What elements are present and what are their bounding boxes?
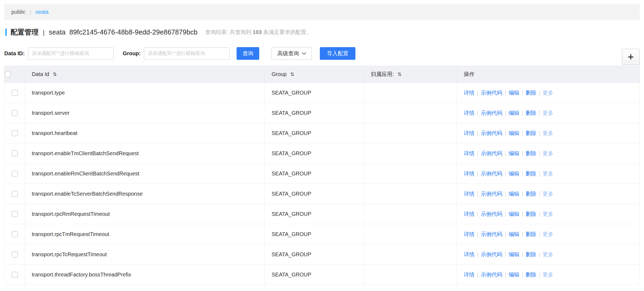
column-header-app[interactable]: 归属应用: ⇅ bbox=[364, 66, 457, 83]
action-more[interactable]: 更多 bbox=[543, 251, 553, 257]
row-checkbox[interactable] bbox=[12, 211, 18, 217]
action-edit[interactable]: 编辑 bbox=[508, 171, 519, 176]
action-edit[interactable]: 编辑 bbox=[508, 110, 519, 116]
add-config-button[interactable]: + bbox=[622, 49, 640, 65]
action-details[interactable]: 详情 bbox=[464, 251, 475, 257]
action-delete[interactable]: 删除 bbox=[526, 191, 536, 197]
row-checkbox[interactable] bbox=[12, 191, 18, 197]
row-group: SEATA_GROUP bbox=[265, 244, 364, 265]
action-more[interactable]: 更多 bbox=[543, 211, 553, 217]
select-all-checkbox[interactable] bbox=[5, 71, 11, 78]
column-header-data-id[interactable]: Data Id ⇅ bbox=[25, 66, 265, 83]
action-separator: | bbox=[522, 272, 523, 278]
action-more[interactable]: 更多 bbox=[543, 191, 553, 197]
column-header-group[interactable]: Group ⇅ bbox=[265, 66, 364, 83]
action-more[interactable]: 更多 bbox=[543, 272, 553, 278]
action-edit[interactable]: 编辑 bbox=[508, 90, 519, 96]
action-sample-code[interactable]: 示例代码 bbox=[481, 272, 502, 278]
search-button[interactable]: 查询 bbox=[237, 47, 259, 60]
action-delete[interactable]: 删除 bbox=[526, 90, 536, 96]
row-checkbox-cell bbox=[5, 244, 25, 265]
action-sample-code[interactable]: 示例代码 bbox=[481, 110, 502, 116]
action-delete[interactable]: 删除 bbox=[526, 150, 536, 156]
result-prefix: 查询结果: 共查询到 bbox=[205, 29, 251, 35]
action-edit[interactable]: 编辑 bbox=[508, 191, 519, 197]
action-more[interactable]: 更多 bbox=[543, 90, 553, 96]
row-app bbox=[364, 164, 457, 184]
action-delete[interactable]: 删除 bbox=[526, 171, 536, 176]
action-edit[interactable]: 编辑 bbox=[508, 272, 519, 278]
row-checkbox[interactable] bbox=[12, 90, 18, 96]
action-edit[interactable]: 编辑 bbox=[508, 231, 519, 237]
table-row: transport.rpcTcRequestTimeout SEATA_GROU… bbox=[5, 244, 640, 265]
action-separator: | bbox=[505, 110, 506, 116]
row-actions: 详情|示例代码|编辑|删除|更多 bbox=[457, 103, 640, 123]
table-row: transport.rpcTmRequestTimeout SEATA_GROU… bbox=[5, 224, 640, 244]
row-checkbox[interactable] bbox=[12, 251, 18, 258]
action-separator: | bbox=[505, 272, 506, 278]
action-details[interactable]: 详情 bbox=[464, 90, 475, 96]
action-details[interactable]: 详情 bbox=[464, 231, 475, 237]
action-sample-code[interactable]: 示例代码 bbox=[481, 231, 502, 237]
advanced-search-button[interactable]: 高级查询 bbox=[271, 47, 312, 60]
action-delete[interactable]: 删除 bbox=[526, 110, 536, 116]
namespace-tab-seata[interactable]: seata bbox=[35, 9, 49, 15]
action-separator: | bbox=[505, 130, 506, 136]
action-sample-code[interactable]: 示例代码 bbox=[481, 150, 502, 156]
row-checkbox[interactable] bbox=[12, 110, 18, 116]
sort-icon[interactable]: ⇅ bbox=[290, 72, 294, 77]
table-row: transport.enableTmClientBatchSendRequest… bbox=[5, 143, 640, 164]
row-group: SEATA_GROUP bbox=[265, 204, 364, 224]
action-details[interactable]: 详情 bbox=[464, 110, 475, 116]
action-more[interactable]: 更多 bbox=[543, 130, 553, 136]
row-group: SEATA_GROUP bbox=[265, 83, 364, 103]
action-sample-code[interactable]: 示例代码 bbox=[481, 251, 502, 257]
row-checkbox[interactable] bbox=[12, 171, 18, 177]
action-sample-code[interactable]: 示例代码 bbox=[481, 191, 502, 197]
action-edit[interactable]: 编辑 bbox=[508, 251, 519, 257]
namespace-tab-public[interactable]: public bbox=[11, 9, 25, 15]
action-details[interactable]: 详情 bbox=[464, 171, 475, 176]
action-edit[interactable]: 编辑 bbox=[508, 150, 519, 156]
row-checkbox[interactable] bbox=[12, 272, 18, 278]
action-more[interactable]: 更多 bbox=[543, 171, 553, 176]
plus-icon: + bbox=[628, 51, 634, 62]
action-more[interactable]: 更多 bbox=[543, 150, 553, 156]
action-separator: | bbox=[505, 251, 506, 257]
action-delete[interactable]: 删除 bbox=[526, 130, 536, 136]
row-checkbox[interactable] bbox=[12, 231, 18, 237]
row-checkbox-cell bbox=[5, 103, 25, 123]
action-details[interactable]: 详情 bbox=[464, 150, 475, 156]
sort-icon[interactable]: ⇅ bbox=[53, 72, 57, 77]
action-delete[interactable]: 删除 bbox=[526, 211, 536, 217]
row-actions: 详情|示例代码|编辑|删除|更多 bbox=[457, 184, 640, 204]
table-row: transport.rpcRmRequestTimeout SEATA_GROU… bbox=[5, 204, 640, 224]
title-accent-bar bbox=[5, 29, 7, 36]
action-edit[interactable]: 编辑 bbox=[508, 130, 519, 136]
group-input[interactable] bbox=[144, 47, 230, 60]
action-details[interactable]: 详情 bbox=[464, 211, 475, 217]
action-sample-code[interactable]: 示例代码 bbox=[481, 130, 502, 136]
action-details[interactable]: 详情 bbox=[464, 272, 475, 278]
action-sample-code[interactable]: 示例代码 bbox=[481, 171, 502, 176]
action-details[interactable]: 详情 bbox=[464, 191, 475, 197]
action-separator: | bbox=[522, 191, 523, 197]
action-delete[interactable]: 删除 bbox=[526, 272, 536, 278]
action-sample-code[interactable]: 示例代码 bbox=[481, 90, 502, 96]
action-more[interactable]: 更多 bbox=[543, 110, 553, 116]
action-more[interactable]: 更多 bbox=[543, 231, 553, 237]
action-edit[interactable]: 编辑 bbox=[508, 211, 519, 217]
action-delete[interactable]: 删除 bbox=[526, 251, 536, 257]
page-title: 配置管理 bbox=[11, 27, 39, 37]
action-sample-code[interactable]: 示例代码 bbox=[481, 211, 502, 217]
row-checkbox[interactable] bbox=[12, 150, 18, 157]
data-id-input[interactable] bbox=[28, 47, 114, 60]
sort-icon[interactable]: ⇅ bbox=[397, 72, 401, 77]
page-header: 配置管理 | seata 89fc2145-4676-48b8-9edd-29e… bbox=[5, 27, 640, 37]
column-label-operations: 操作 bbox=[464, 71, 475, 77]
config-table: Data Id ⇅ Group ⇅ 归属应用: ⇅ 操作 transpo bbox=[4, 66, 640, 285]
action-delete[interactable]: 删除 bbox=[526, 231, 536, 237]
import-config-button[interactable]: 导入配置 bbox=[320, 47, 355, 60]
row-checkbox[interactable] bbox=[12, 130, 18, 136]
action-details[interactable]: 详情 bbox=[464, 130, 475, 136]
